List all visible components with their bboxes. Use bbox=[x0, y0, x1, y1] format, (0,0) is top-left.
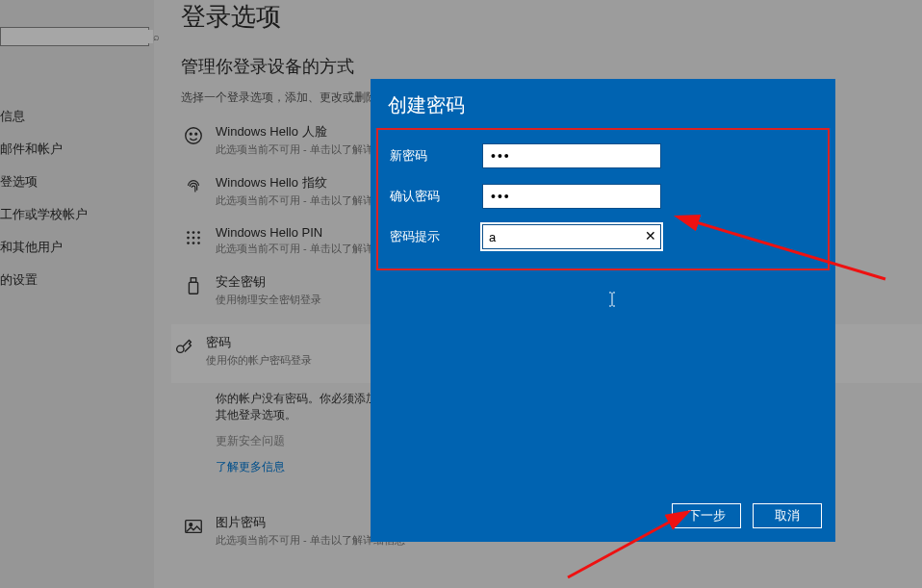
sidebar-item-mail-accounts[interactable]: 邮件和帐户 bbox=[0, 133, 63, 166]
search-box[interactable]: ⌕ bbox=[0, 27, 149, 46]
dialog-button-bar: 下一步 取消 bbox=[672, 503, 822, 528]
pin-icon bbox=[181, 225, 206, 250]
password-hint-input[interactable] bbox=[483, 225, 660, 248]
search-input[interactable] bbox=[1, 30, 153, 43]
option-security-key-desc: 使用物理安全密钥登录 bbox=[216, 293, 321, 307]
text-cursor-icon bbox=[608, 292, 616, 307]
new-password-field[interactable]: ••• bbox=[482, 143, 661, 168]
page-subtitle: 管理你登录设备的方式 bbox=[181, 55, 922, 78]
sidebar: ⌕ 信息 邮件和帐户 登选项 工作或学校帐户 和其他用户 的设置 bbox=[0, 0, 154, 588]
new-password-label: 新密码 bbox=[390, 147, 482, 165]
usb-icon bbox=[181, 273, 206, 298]
create-password-dialog: 创建密码 新密码 ••• 确认密码 ••• 密码提示 ✕ 下一步 取消 bbox=[371, 79, 835, 542]
password-hint-field[interactable]: ✕ bbox=[482, 224, 661, 249]
picture-icon bbox=[181, 514, 206, 539]
key-icon bbox=[171, 334, 196, 359]
sidebar-item-work-school[interactable]: 工作或学校帐户 bbox=[0, 198, 88, 231]
new-password-value: ••• bbox=[491, 148, 511, 164]
svg-point-3 bbox=[187, 231, 190, 234]
row-new-password: 新密码 ••• bbox=[390, 143, 816, 168]
option-password-title: 密码 bbox=[206, 334, 312, 351]
sidebar-item-signin-options[interactable]: 登选项 bbox=[0, 166, 38, 198]
password-hint-label: 密码提示 bbox=[390, 228, 482, 245]
fingerprint-icon bbox=[181, 174, 206, 199]
sidebar-item-other-users[interactable]: 和其他用户 bbox=[0, 231, 63, 264]
sidebar-item-info[interactable]: 信息 bbox=[0, 100, 25, 133]
svg-point-8 bbox=[197, 237, 200, 240]
dialog-form-area: 新密码 ••• 确认密码 ••• 密码提示 ✕ bbox=[376, 128, 830, 270]
page-title: 登录选项 bbox=[181, 0, 922, 34]
option-password-desc: 使用你的帐户密码登录 bbox=[206, 353, 312, 368]
svg-point-5 bbox=[197, 231, 200, 234]
svg-point-2 bbox=[195, 133, 197, 135]
clear-icon[interactable]: ✕ bbox=[645, 228, 656, 243]
svg-point-11 bbox=[197, 242, 200, 244]
cancel-button[interactable]: 取消 bbox=[753, 503, 822, 528]
svg-point-10 bbox=[192, 242, 195, 244]
face-icon bbox=[181, 123, 206, 148]
svg-point-16 bbox=[190, 524, 192, 526]
next-button[interactable]: 下一步 bbox=[672, 503, 741, 528]
svg-point-0 bbox=[186, 128, 202, 144]
svg-point-6 bbox=[187, 237, 190, 240]
svg-point-4 bbox=[192, 231, 195, 234]
svg-point-14 bbox=[177, 345, 184, 352]
svg-point-1 bbox=[190, 133, 192, 135]
svg-point-9 bbox=[187, 242, 190, 244]
row-confirm-password: 确认密码 ••• bbox=[390, 184, 816, 209]
dialog-title: 创建密码 bbox=[371, 79, 835, 128]
confirm-password-label: 确认密码 bbox=[390, 188, 482, 205]
svg-point-7 bbox=[192, 237, 195, 240]
row-password-hint: 密码提示 ✕ bbox=[390, 224, 816, 249]
option-security-key-title: 安全密钥 bbox=[216, 273, 321, 291]
svg-rect-13 bbox=[189, 282, 197, 294]
confirm-password-field[interactable]: ••• bbox=[482, 184, 661, 209]
sidebar-item-settings[interactable]: 的设置 bbox=[0, 264, 38, 296]
confirm-password-value: ••• bbox=[491, 189, 511, 204]
search-icon: ⌕ bbox=[153, 31, 160, 42]
